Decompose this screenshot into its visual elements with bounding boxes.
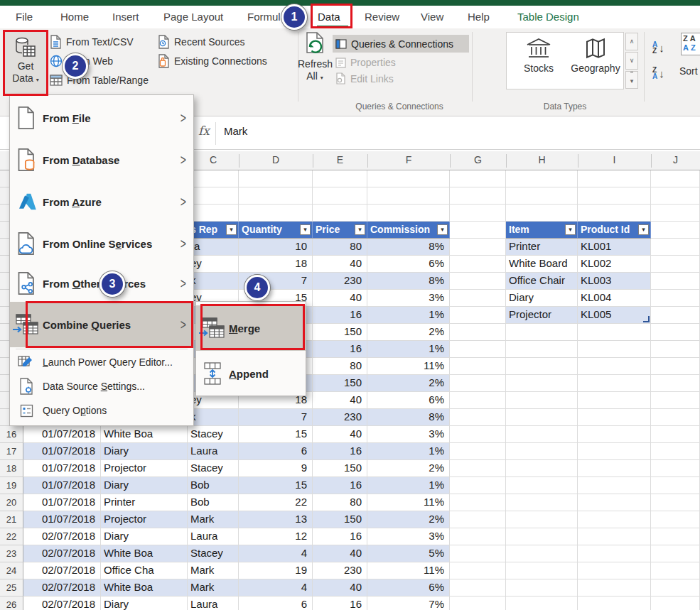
cell[interactable] bbox=[578, 170, 651, 187]
table1-cell[interactable]: 18 bbox=[239, 256, 313, 273]
cell[interactable] bbox=[506, 511, 578, 528]
sort-dialog-icon[interactable]: Z AA Z bbox=[681, 33, 700, 55]
table1-cell[interactable]: ra bbox=[188, 239, 239, 256]
cell[interactable] bbox=[506, 392, 578, 409]
cell[interactable] bbox=[313, 187, 367, 205]
cell[interactable] bbox=[578, 341, 651, 358]
table1-cell[interactable]: 11% bbox=[367, 562, 450, 579]
cell[interactable] bbox=[450, 597, 506, 610]
table1-cell[interactable]: 150 bbox=[313, 460, 367, 477]
table2-cell[interactable]: Projector bbox=[506, 307, 578, 324]
cell[interactable] bbox=[506, 528, 578, 545]
table2-cell[interactable]: Office Chair bbox=[506, 273, 578, 290]
table1-cell[interactable]: Office Cha bbox=[101, 562, 188, 579]
table1-cell[interactable]: 11% bbox=[367, 358, 450, 375]
row-header-26[interactable]: 26 bbox=[0, 597, 23, 610]
cell[interactable] bbox=[450, 460, 506, 477]
cell[interactable] bbox=[651, 597, 700, 610]
cell[interactable] bbox=[367, 170, 450, 187]
cell[interactable] bbox=[506, 324, 578, 341]
table1-cell[interactable]: 1% bbox=[367, 477, 450, 494]
cell[interactable] bbox=[651, 222, 700, 239]
gallery-more-button[interactable]: ▾ bbox=[625, 71, 638, 89]
filter-dropdown-icon[interactable]: ▾ bbox=[437, 224, 448, 235]
cell[interactable] bbox=[450, 562, 506, 579]
table1-cell[interactable]: Projector bbox=[101, 460, 188, 477]
existing-connections-button[interactable]: Existing Connections bbox=[158, 53, 267, 69]
tab-home[interactable]: Home bbox=[60, 11, 89, 23]
menu-item-from-azure[interactable]: From Azure > bbox=[10, 185, 193, 219]
tab-review[interactable]: Review bbox=[365, 11, 399, 23]
table1-cell[interactable]: Diary bbox=[101, 528, 188, 545]
sort-ascending-button[interactable]: AZ ↓ bbox=[652, 37, 675, 58]
table1-cell[interactable]: 3% bbox=[367, 528, 450, 545]
row-header-17[interactable]: 17 bbox=[0, 443, 23, 460]
filter-dropdown-icon[interactable]: ▾ bbox=[300, 224, 311, 235]
cell[interactable] bbox=[506, 562, 578, 579]
cell[interactable] bbox=[578, 545, 651, 562]
table1-cell[interactable]: Diary bbox=[101, 597, 188, 610]
column-header-F[interactable]: F bbox=[367, 154, 450, 165]
cell[interactable] bbox=[313, 170, 367, 187]
table1-cell[interactable]: 150 bbox=[313, 511, 367, 528]
cell[interactable] bbox=[450, 579, 506, 597]
cell[interactable] bbox=[506, 597, 578, 610]
cell[interactable] bbox=[188, 170, 239, 187]
table1-cell[interactable]: 2% bbox=[367, 375, 450, 392]
table1-cell[interactable]: 150 bbox=[313, 324, 367, 341]
cell[interactable] bbox=[506, 205, 578, 222]
tab-data[interactable]: Data bbox=[318, 11, 340, 23]
recent-sources-button[interactable]: Recent Sources bbox=[158, 34, 245, 50]
table1-cell[interactable]: 4 bbox=[239, 545, 313, 562]
table1-cell[interactable]: 01/07/2018 bbox=[23, 460, 101, 477]
cell[interactable] bbox=[450, 528, 506, 545]
cell[interactable] bbox=[450, 170, 506, 187]
cell[interactable] bbox=[578, 358, 651, 375]
table2-cell[interactable]: White Board bbox=[506, 256, 578, 273]
table2-cell[interactable]: Printer bbox=[506, 239, 578, 256]
table1-cell[interactable]: Mark bbox=[188, 562, 239, 579]
table1-cell[interactable]: 8% bbox=[367, 409, 450, 426]
edit-links-button[interactable]: Edit Links bbox=[335, 72, 394, 85]
cell[interactable] bbox=[506, 187, 578, 205]
table1-cell[interactable]: 230 bbox=[313, 409, 367, 426]
tab-help[interactable]: Help bbox=[468, 11, 490, 23]
table1-cell[interactable]: 40 bbox=[313, 256, 367, 273]
table1-cell[interactable]: 2% bbox=[367, 460, 450, 477]
table1-cell[interactable]: 3% bbox=[367, 426, 450, 443]
cell[interactable] bbox=[506, 426, 578, 443]
table1-cell[interactable]: k bbox=[188, 409, 239, 426]
table1-cell[interactable]: 01/07/2018 bbox=[23, 494, 101, 511]
table1-cell[interactable]: 16 bbox=[313, 597, 367, 610]
cell[interactable] bbox=[578, 562, 651, 579]
table1-cell[interactable]: Stacey bbox=[188, 460, 239, 477]
cell[interactable] bbox=[188, 187, 239, 205]
filter-dropdown-icon[interactable]: ▾ bbox=[226, 224, 237, 235]
cell[interactable] bbox=[506, 545, 578, 562]
table1-cell[interactable]: 40 bbox=[313, 392, 367, 409]
cell[interactable] bbox=[450, 545, 506, 562]
row-header-21[interactable]: 21 bbox=[0, 511, 23, 528]
table1-cell[interactable]: Printer bbox=[101, 494, 188, 511]
table1-cell[interactable]: 01/07/2018 bbox=[23, 443, 101, 460]
table1-cell[interactable]: Mark bbox=[188, 511, 239, 528]
column-header-C[interactable]: C bbox=[188, 154, 239, 165]
cell[interactable] bbox=[450, 222, 506, 239]
cell[interactable] bbox=[450, 324, 506, 341]
cell[interactable] bbox=[651, 579, 700, 597]
cell[interactable] bbox=[506, 409, 578, 426]
sort-descending-button[interactable]: ZA ↓ bbox=[652, 62, 675, 84]
row-header-20[interactable]: 20 bbox=[0, 494, 23, 511]
table1-cell[interactable]: 230 bbox=[313, 273, 367, 290]
column-header-I[interactable]: I bbox=[578, 154, 651, 165]
refresh-all-button[interactable]: Refresh All ▾ bbox=[298, 31, 332, 84]
cell[interactable] bbox=[367, 187, 450, 205]
menu-item-combine-queries[interactable]: Combine Queries > bbox=[10, 302, 193, 347]
formula-bar-value[interactable]: Mark bbox=[224, 125, 247, 137]
cell[interactable] bbox=[578, 426, 651, 443]
table1-cell[interactable]: 6% bbox=[367, 392, 450, 409]
column-header-J[interactable]: J bbox=[651, 154, 700, 165]
cell[interactable] bbox=[506, 341, 578, 358]
menu-item-from-file[interactable]: From File > bbox=[10, 101, 193, 135]
table1-cell[interactable]: Bob bbox=[188, 494, 239, 511]
